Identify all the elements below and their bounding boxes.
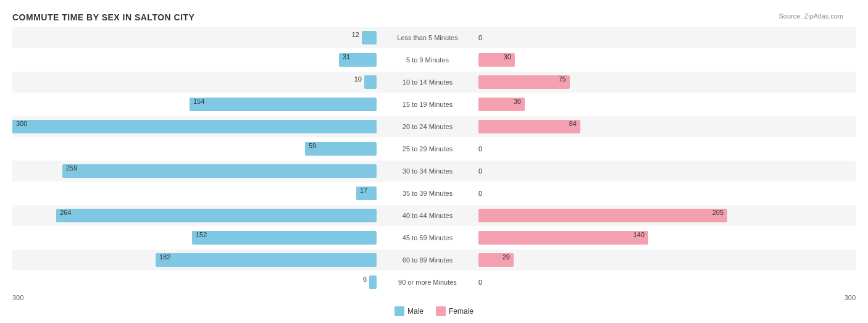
male-bar: 10	[364, 75, 377, 89]
left-section: 152	[12, 227, 377, 248]
male-bar: 154	[190, 98, 377, 111]
row-label: Less than 5 Minutes	[377, 34, 478, 41]
male-value: 154	[193, 98, 204, 105]
right-section: 38	[478, 94, 843, 115]
female-value: 0	[478, 279, 482, 286]
left-section: 12	[12, 27, 377, 48]
chart-row: 31 5 to 9 Minutes 30	[12, 49, 856, 70]
female-value: 0	[478, 190, 482, 197]
female-value: 29	[503, 253, 510, 261]
female-value: 84	[569, 120, 577, 127]
legend-male-label: Male	[407, 307, 424, 316]
left-section: 10	[12, 72, 377, 93]
row-label: 30 to 34 Minutes	[377, 167, 478, 175]
legend-female-box	[436, 306, 446, 316]
male-value: 10	[354, 75, 362, 83]
axis-left: 300	[12, 294, 23, 301]
legend-male: Male	[394, 306, 424, 316]
row-label: 90 or more Minutes	[377, 279, 478, 286]
male-value: 12	[352, 31, 359, 38]
female-value: 38	[514, 98, 521, 105]
male-value: 31	[343, 53, 350, 61]
chart-row: 59 25 to 29 Minutes 0	[12, 138, 856, 159]
female-bar: 29	[478, 253, 514, 267]
male-bar: 6	[369, 275, 377, 289]
right-section: 84	[478, 116, 843, 137]
chart-row: 300 20 to 24 Minutes 84	[12, 116, 856, 137]
male-bar: 12	[362, 31, 377, 44]
right-section: 0	[478, 183, 843, 204]
chart-row: 259 30 to 34 Minutes 0	[12, 161, 856, 182]
row-label: 10 to 14 Minutes	[377, 78, 478, 86]
female-bar: 140	[478, 231, 648, 245]
chart-row: 154 15 to 19 Minutes 38	[12, 94, 856, 115]
female-bar: 205	[478, 209, 727, 222]
chart-container: 12 Less than 5 Minutes 0 31 5 to 9 Minut…	[12, 27, 856, 293]
row-label: 60 to 89 Minutes	[377, 256, 478, 264]
female-value: 140	[633, 231, 645, 238]
chart-row: 10 10 to 14 Minutes 75	[12, 72, 856, 93]
right-section: 0	[478, 272, 843, 293]
female-bar: 84	[478, 120, 580, 133]
axis-right: 300	[845, 294, 856, 301]
female-bar: 30	[478, 53, 515, 67]
right-section: 0	[478, 138, 843, 159]
row-label: 15 to 19 Minutes	[377, 101, 478, 108]
chart-row: 17 35 to 39 Minutes 0	[12, 183, 856, 204]
female-bar: 38	[478, 98, 525, 111]
right-section: 0	[478, 161, 843, 182]
chart-title: COMMUTE TIME BY SEX IN SALTON CITY	[12, 12, 856, 22]
female-value: 0	[478, 34, 482, 41]
female-value: 205	[712, 209, 724, 216]
left-section: 6	[12, 272, 377, 293]
male-value: 259	[66, 164, 77, 172]
male-value: 152	[196, 231, 207, 238]
male-value: 264	[60, 209, 71, 216]
male-bar: 182	[156, 253, 377, 267]
male-value: 59	[309, 142, 316, 149]
male-bar: 59	[305, 142, 377, 156]
male-value: 300	[16, 120, 27, 127]
row-label: 25 to 29 Minutes	[377, 145, 478, 153]
left-section: 182	[12, 250, 377, 271]
left-section: 31	[12, 49, 377, 70]
left-section: 259	[12, 161, 377, 182]
left-section: 17	[12, 183, 377, 204]
male-value: 182	[159, 253, 170, 261]
right-section: 0	[478, 27, 843, 48]
legend-male-box	[394, 306, 404, 316]
female-value: 0	[478, 145, 482, 153]
axis-labels: 300 300	[12, 294, 856, 301]
right-section: 140	[478, 227, 843, 248]
chart-row: 152 45 to 59 Minutes 140	[12, 227, 856, 248]
male-bar: 152	[192, 231, 377, 245]
right-section: 29	[478, 250, 843, 271]
male-bar: 259	[62, 164, 377, 178]
left-section: 300	[12, 116, 377, 137]
male-bar: 264	[56, 209, 377, 222]
right-section: 30	[478, 49, 843, 70]
left-section: 154	[12, 94, 377, 115]
chart-row: 6 90 or more Minutes 0	[12, 272, 856, 293]
left-section: 264	[12, 205, 377, 226]
male-bar: 300	[12, 120, 377, 133]
male-bar: 17	[356, 187, 377, 200]
male-bar: 31	[339, 53, 377, 67]
row-label: 20 to 24 Minutes	[377, 123, 478, 130]
chart-row: 182 60 to 89 Minutes 29	[12, 250, 856, 271]
female-value: 30	[504, 53, 511, 61]
right-section: 75	[478, 72, 843, 93]
male-value: 6	[363, 275, 367, 283]
chart-row: 264 40 to 44 Minutes 205	[12, 205, 856, 226]
legend: Male Female	[12, 306, 856, 316]
row-label: 35 to 39 Minutes	[377, 190, 478, 197]
female-value: 75	[559, 75, 566, 83]
row-label: 40 to 44 Minutes	[377, 212, 478, 219]
left-section: 59	[12, 138, 377, 159]
legend-female: Female	[436, 306, 474, 316]
female-bar: 75	[478, 75, 570, 89]
row-label: 45 to 59 Minutes	[377, 234, 478, 241]
right-section: 205	[478, 205, 843, 226]
source-label: Source: ZipAtlas.com	[778, 12, 843, 20]
male-value: 17	[360, 187, 367, 194]
